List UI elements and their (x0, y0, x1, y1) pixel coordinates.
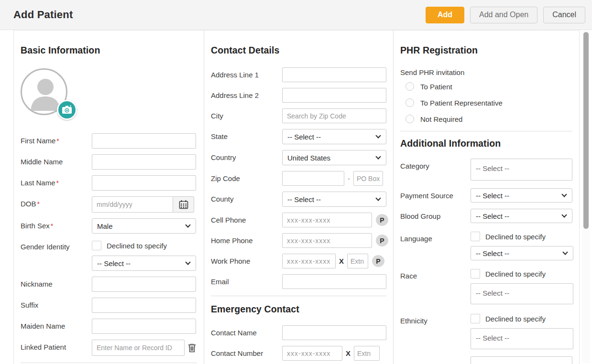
blood-group-select[interactable]: -- Select -- (471, 209, 572, 223)
birth-sex-select[interactable]: Male (92, 218, 196, 234)
emergency-contact-number-row: Contact Number X (211, 346, 386, 361)
cell-phone-label: Cell Phone (211, 213, 282, 227)
gender-identity-row: Gender Identity Declined to specify -- S… (21, 239, 197, 271)
nickname-row: Nickname (21, 277, 197, 292)
required-asterisk: * (56, 179, 59, 187)
declined-to-specify-checkbox[interactable] (92, 241, 101, 250)
emergency-contact-name-row: Contact Name (211, 325, 386, 340)
category-select[interactable]: -- Select -- (471, 159, 572, 181)
last-name-label: Last Name* (21, 175, 92, 191)
first-name-label: First Name* (21, 133, 92, 149)
upload-photo-button[interactable] (57, 100, 77, 120)
contact-number-input[interactable] (282, 346, 342, 361)
address-line1-input[interactable] (282, 67, 386, 82)
declined-to-specify-checkbox[interactable] (471, 232, 480, 241)
to-patient-representative-radio[interactable] (406, 98, 414, 107)
cell-phone-preferred-button[interactable]: P (376, 214, 388, 226)
phr-registration-heading: PHR Registration (400, 45, 572, 56)
extension-separator: X (339, 257, 344, 265)
email-input[interactable] (282, 274, 386, 289)
phr-option-to-patient-representative[interactable]: To Patient Representative (406, 98, 572, 107)
required-asterisk: * (56, 137, 59, 145)
work-phone-input[interactable] (282, 254, 336, 268)
date-picker-button[interactable] (173, 196, 194, 213)
contact-number-extn-input[interactable] (354, 346, 380, 361)
phr-registration-section: PHR Registration Send PHR invitation To … (394, 31, 580, 364)
address-line1-label: Address Line 1 (211, 67, 282, 82)
home-phone-preferred-button[interactable]: P (376, 235, 388, 246)
gender-identity-select[interactable]: -- Select -- (92, 256, 196, 271)
home-phone-input[interactable] (282, 233, 372, 248)
basic-information-heading: Basic Information (21, 45, 197, 56)
patient-photo (21, 68, 70, 118)
ethnicity-declined-option[interactable]: Declined to specify (471, 313, 573, 324)
suffix-input[interactable] (92, 298, 196, 313)
suffix-row: Suffix (21, 298, 197, 313)
linked-patient-input[interactable] (92, 340, 185, 356)
race-label: Race (400, 268, 471, 304)
calendar-icon (179, 200, 188, 209)
address-line2-label: Address Line 2 (211, 88, 282, 103)
first-name-input[interactable] (92, 133, 196, 149)
suffix-label: Suffix (21, 298, 92, 313)
gender-identity-declined-option[interactable]: Declined to specify (92, 240, 196, 251)
page-header: Add Patient Add Add and Open Cancel (0, 0, 592, 30)
emergency-contact-heading: Emergency Contact (211, 304, 386, 315)
zip-code-label: Zip Code (211, 171, 282, 186)
payment-source-select[interactable]: -- Select -- (471, 188, 572, 203)
linked-patient-row: Linked Patient (21, 340, 197, 356)
last-name-input[interactable] (92, 175, 196, 191)
page-title: Add Patient (13, 9, 73, 21)
contact-name-input[interactable] (282, 325, 386, 340)
category-label: Category (400, 159, 471, 181)
county-row: County -- Select -- (211, 192, 386, 207)
middle-name-input[interactable] (92, 154, 196, 170)
address-line1-row: Address Line 1 (211, 67, 386, 82)
dob-input[interactable] (92, 196, 173, 213)
basic-section-divider (21, 363, 197, 363)
maiden-name-input[interactable] (92, 319, 196, 334)
add-and-open-button[interactable]: Add and Open (470, 7, 537, 23)
chevron-down-icon (185, 259, 190, 265)
nickname-input[interactable] (92, 277, 196, 292)
required-asterisk: * (37, 200, 40, 208)
city-input[interactable] (282, 108, 386, 123)
cancel-button[interactable]: Cancel (543, 7, 585, 23)
work-phone-extn-input[interactable] (347, 254, 368, 268)
county-select[interactable]: -- Select -- (282, 192, 386, 207)
maiden-name-label: Maiden Name (21, 319, 92, 334)
work-phone-preferred-button[interactable]: P (372, 255, 384, 267)
add-button[interactable]: Add (426, 7, 464, 23)
language-select[interactable]: -- Select -- (471, 246, 573, 260)
country-select[interactable]: United States (282, 150, 386, 165)
work-phone-row: Work Phone X P (211, 254, 386, 268)
zip-code-input[interactable] (282, 171, 344, 186)
declined-to-specify-checkbox[interactable] (471, 269, 480, 278)
gender-identity-label: Gender Identity (21, 239, 92, 271)
race-declined-option[interactable]: Declined to specify (471, 268, 573, 279)
race-select[interactable]: -- Select -- (471, 283, 573, 304)
city-label: City (211, 108, 282, 123)
contact-number-label: Contact Number (211, 346, 282, 361)
phr-option-to-patient[interactable]: To Patient (406, 82, 572, 91)
clear-linked-patient-button[interactable] (188, 343, 196, 353)
partial-field-box[interactable] (471, 356, 572, 364)
language-declined-option[interactable]: Declined to specify (471, 231, 573, 242)
address-line2-input[interactable] (282, 88, 386, 103)
additional-information-heading: Additional Information (400, 138, 572, 149)
declined-to-specify-checkbox[interactable] (471, 314, 480, 323)
state-label: State (211, 129, 282, 144)
po-box-input[interactable] (353, 171, 383, 186)
cell-phone-input[interactable] (282, 213, 372, 227)
blood-group-label: Blood Group (400, 209, 471, 223)
to-patient-radio[interactable] (406, 82, 414, 91)
scrollbar-thumb[interactable] (583, 32, 589, 229)
not-required-radio[interactable] (406, 115, 414, 123)
email-label: Email (211, 274, 282, 289)
state-select[interactable]: -- Select -- (282, 129, 386, 144)
phr-option-not-required[interactable]: Not Required (406, 115, 572, 123)
chevron-down-icon (375, 133, 381, 138)
ethnicity-select[interactable]: -- Select -- (471, 328, 573, 349)
home-phone-row: Home Phone P (211, 233, 386, 248)
scrollbar-track[interactable] (582, 31, 590, 363)
